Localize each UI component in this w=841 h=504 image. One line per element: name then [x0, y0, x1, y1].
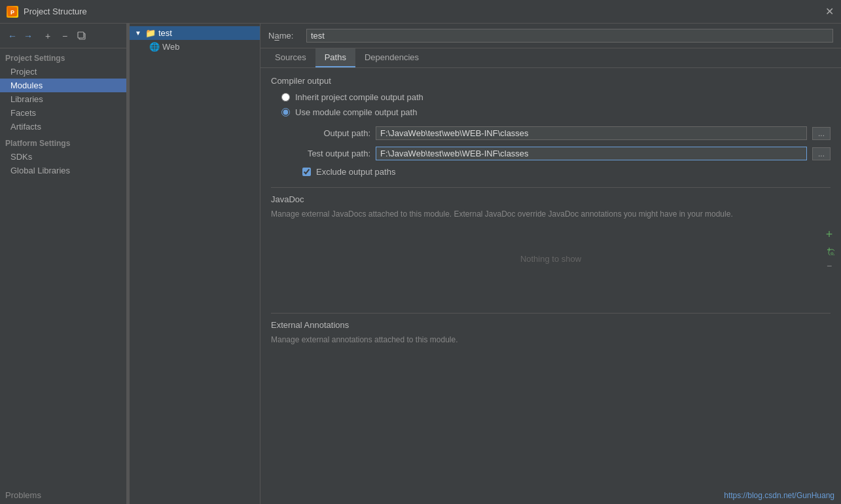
- title-bar-left: P Project Structure: [7, 6, 87, 18]
- main-layout: ← → + − Project Settings Project Modules…: [0, 24, 841, 504]
- add-button[interactable]: +: [41, 29, 55, 43]
- javadoc-section: JavaDoc Manage external JavaDocs attache…: [271, 194, 831, 306]
- sidebar-item-project[interactable]: Project: [0, 65, 126, 79]
- sidebar-item-sdks[interactable]: SDKs: [0, 150, 126, 164]
- radio-use-module[interactable]: Use module compile output path: [281, 107, 831, 117]
- tab-paths[interactable]: Paths: [315, 48, 355, 67]
- paths-content: Compiler output Inherit project compile …: [260, 68, 841, 504]
- sidebar-item-libraries[interactable]: Libraries: [0, 92, 126, 106]
- javadoc-side-buttons: + + ☆ −: [823, 228, 836, 272]
- sidebar-item-facets[interactable]: Facets: [0, 106, 126, 120]
- tree-item-test-label: test: [158, 28, 172, 38]
- sidebar-toolbar: ← → + −: [0, 24, 126, 48]
- output-path-label: Output path:: [292, 128, 370, 138]
- tree-expand-arrow: ▼: [135, 29, 143, 37]
- javadoc-title: JavaDoc: [271, 194, 831, 204]
- output-path-input[interactable]: [376, 126, 807, 140]
- forward-button[interactable]: →: [21, 29, 35, 43]
- remove-button[interactable]: −: [58, 29, 72, 43]
- sidebar-item-artifacts[interactable]: Artifacts: [0, 120, 126, 134]
- test-output-path-row: Test output path: ...: [292, 147, 831, 160]
- folder-icon: 📁: [145, 28, 156, 38]
- app-icon: P: [7, 6, 18, 18]
- back-button[interactable]: ←: [5, 29, 20, 43]
- sidebar-project-settings-label: Project Settings: [0, 48, 126, 65]
- tab-dependencies[interactable]: Dependencies: [355, 48, 428, 67]
- name-input[interactable]: [306, 29, 833, 43]
- radio-inherit-input[interactable]: [281, 93, 290, 101]
- name-field-label: Name:: [268, 31, 301, 41]
- svg-text:☆: ☆: [830, 251, 834, 256]
- sidebar: ← → + − Project Settings Project Modules…: [0, 24, 127, 504]
- sidebar-item-modules[interactable]: Modules: [0, 79, 126, 92]
- radio-inherit[interactable]: Inherit project compile output path: [281, 92, 831, 102]
- exclude-checkbox-row: Exclude output paths: [302, 167, 831, 177]
- test-output-path-input[interactable]: [376, 147, 807, 160]
- name-label-ame: a: [274, 31, 279, 41]
- name-row: Name:: [260, 24, 841, 48]
- nav-arrows: ← →: [5, 29, 35, 43]
- radio-group: Inherit project compile output path Use …: [281, 92, 831, 117]
- close-button[interactable]: ✕: [824, 7, 834, 17]
- svg-rect-3: [78, 32, 84, 38]
- test-output-path-label: Test output path:: [292, 149, 370, 158]
- module-tree: ▼ 📁 test 🌐 Web: [130, 24, 260, 504]
- external-annotations-desc: Manage external annotations attached to …: [271, 334, 831, 346]
- web-icon: 🌐: [149, 42, 160, 52]
- tabs-bar: Sources Paths Dependencies: [260, 48, 841, 68]
- svg-text:P: P: [10, 9, 14, 16]
- title-bar: P Project Structure ✕: [0, 0, 841, 24]
- javadoc-desc: Manage external JavaDocs attached to thi…: [271, 208, 831, 220]
- module-tree-panel: ▼ 📁 test 🌐 Web: [130, 24, 260, 504]
- name-label-n: N: [268, 31, 274, 41]
- exclude-label[interactable]: Exclude output paths: [316, 167, 395, 177]
- javadoc-list-area: Nothing to show + + ☆ −: [271, 228, 831, 306]
- sidebar-platform-settings-label: Platform Settings: [0, 134, 126, 150]
- external-annotations-section: External Annotations Manage external ann…: [271, 320, 831, 346]
- separator-1: [271, 187, 831, 188]
- javadoc-add-special-button[interactable]: + ☆: [823, 243, 836, 257]
- tree-item-test[interactable]: ▼ 📁 test: [130, 26, 260, 40]
- tree-item-web[interactable]: 🌐 Web: [130, 40, 260, 54]
- bottom-link[interactable]: https://blog.csdn.net/GunHuang: [724, 491, 834, 500]
- external-annotations-title: External Annotations: [271, 320, 831, 330]
- tab-sources[interactable]: Sources: [266, 48, 315, 67]
- separator-2: [271, 313, 831, 314]
- tree-item-web-label: Web: [162, 42, 180, 52]
- copy-button[interactable]: [75, 29, 89, 43]
- javadoc-add-button[interactable]: +: [823, 228, 836, 241]
- nothing-to-show-label: Nothing to show: [271, 228, 831, 290]
- exclude-checkbox[interactable]: [302, 168, 311, 176]
- output-path-row: Output path: ...: [292, 126, 831, 140]
- javadoc-remove-button[interactable]: −: [823, 259, 836, 272]
- test-output-path-browse-button[interactable]: ...: [812, 147, 831, 160]
- radio-use-module-label[interactable]: Use module compile output path: [295, 107, 417, 117]
- compiler-output-title: Compiler output: [271, 76, 831, 86]
- main-content: Name: Sources Paths Dependencies Compile…: [260, 24, 841, 504]
- radio-inherit-label[interactable]: Inherit project compile output path: [295, 92, 423, 102]
- output-path-browse-button[interactable]: ...: [812, 127, 831, 140]
- window-title: Project Structure: [24, 7, 87, 16]
- sidebar-item-global-libraries[interactable]: Global Libraries: [0, 164, 126, 177]
- sidebar-item-problems[interactable]: Problems: [0, 486, 126, 504]
- radio-use-module-input[interactable]: [281, 108, 290, 117]
